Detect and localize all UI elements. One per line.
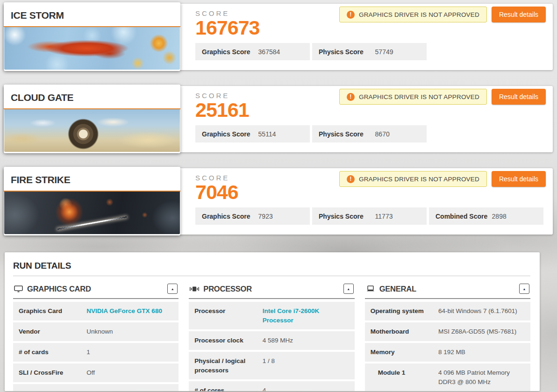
graphics-card-link[interactable]: NVIDIA GeForce GTX 680 [86,306,173,316]
collapse-section-button[interactable]: ▲ [519,284,529,294]
driver-warning-badge: ! GRAPHICS DRIVER IS NOT APPROVED [339,89,487,105]
table-row: Memory 8 192 MB [365,343,530,362]
collapse-section-button[interactable]: ▲ [343,284,354,294]
row-label: Graphics Card [19,306,86,316]
row-label: Processor [194,306,262,325]
row-value: 4 [263,386,349,391]
result-details-button[interactable]: Result details [492,7,546,22]
row-label: Processor clock [194,336,262,345]
section-processor: PROCESSOR ▲ Processor Intel Core i7-2600… [189,283,354,391]
subscore-value: 11773 [375,213,420,220]
subscore-label: Graphics Score [202,213,258,220]
section-title: PROCESSOR [203,285,339,293]
table-row: Processor clock 4 589 MHz [189,331,354,350]
row-label: # of cores [194,386,262,391]
table-row: Processor Intel Core i7-2600K Processor [189,302,354,329]
subscore-value: 8670 [375,130,420,138]
benchmark-thumbnail-card: CLOUD GATE [4,85,180,153]
chip-icon [190,286,199,292]
table-row: SLI / CrossFire Off [13,363,179,382]
section-title: GRAPHICS CARD [27,285,163,293]
warning-icon: ! [347,93,355,101]
laptop-icon [366,285,375,292]
divider [189,298,354,299]
benchmark-title: CLOUD GATE [4,85,180,108]
table-row: Module 1 4 096 MB Patriot Memory DDR3 @ … [365,363,530,391]
result-details-button[interactable]: Result details [492,89,546,105]
section-general: GENERAL ▲ Operating system 64-bit Window… [365,283,530,391]
warning-icon: ! [347,175,355,183]
benchmark-title: ICE STORM [4,2,180,26]
benchmark-card-fire-strike: ! GRAPHICS DRIVER IS NOT APPROVED Result… [4,167,553,235]
warning-text: GRAPHICS DRIVER IS NOT APPROVED [359,11,479,18]
divider [13,298,179,299]
warning-text: GRAPHICS DRIVER IS NOT APPROVED [359,176,479,183]
row-label: Motherboard [371,327,438,336]
benchmark-card-ice-storm: ! GRAPHICS DRIVER IS NOT APPROVED Result… [4,2,553,70]
subscore-label: Combined Score [436,213,492,220]
subscore-cell: Physics Score 11773 [312,207,427,225]
table-row: Graphics Card NVIDIA GeForce GTX 680 [13,302,179,321]
row-value: 4 589 MHz [263,336,349,345]
row-value: Off [86,368,173,378]
driver-warning-badge: ! GRAPHICS DRIVER IS NOT APPROVED [339,7,487,22]
row-value: Unknown [86,327,173,336]
subscore-label: Graphics Score [202,130,258,138]
subscore-label: Physics Score [319,213,375,220]
run-details-panel: RUN DETAILS GRAPHICS CARD ▲ Graphics Car… [5,252,540,391]
row-value: 1 [86,348,173,357]
subscore-cell: Physics Score 57749 [312,43,427,60]
subscore-cell: Combined Score 2898 [429,207,543,225]
table-row: Memory 2 048 MB [13,384,179,391]
cloud-gate-scene-image [4,109,180,152]
benchmark-card-cloud-gate: ! GRAPHICS DRIVER IS NOT APPROVED Result… [4,85,553,152]
subscore-cell: Graphics Score 7923 [195,207,310,225]
warning-text: GRAPHICS DRIVER IS NOT APPROVED [359,93,479,100]
row-value: 4 096 MB Patriot Memory DDR3 @ 800 MHz [438,368,525,386]
table-row: Operating system 64-bit Windows 7 (6.1.7… [365,302,530,321]
subscore-value: 7923 [258,213,303,220]
collapse-section-button[interactable]: ▲ [167,284,178,294]
row-label: SLI / CrossFire [19,368,86,378]
subscore-value: 2898 [492,213,537,220]
subscore-label: Physics Score [319,48,375,56]
table-row: # of cards 1 [13,343,179,362]
divider [13,276,530,276]
monitor-icon [14,285,23,292]
subscore-value: 57749 [375,48,420,56]
row-value: MSI Z68A-GD55 (MS-7681) [438,327,525,336]
driver-warning-badge: ! GRAPHICS DRIVER IS NOT APPROVED [339,171,487,187]
row-label: Vendor [19,327,86,336]
result-details-button[interactable]: Result details [492,171,546,187]
section-graphics-card: GRAPHICS CARD ▲ Graphics Card NVIDIA GeF… [13,283,179,391]
subscore-value: 367584 [258,48,303,56]
subscore-cell: Physics Score 8670 [312,125,427,143]
sword-glow-decoration [57,216,127,230]
subscore-cell: Graphics Score 55114 [195,125,310,143]
section-title: GENERAL [379,285,515,293]
ice-storm-scene-image [4,27,180,70]
table-row: Vendor Unknown [13,322,179,341]
benchmark-thumbnail-card: ICE STORM [4,2,180,71]
table-row: # of cores 4 [189,381,354,391]
table-row: Motherboard MSI Z68A-GD55 (MS-7681) [365,322,530,341]
table-row: Physical / logical processors 1 / 8 [189,352,354,379]
benchmark-title: FIRE STRIKE [4,167,180,191]
subscore-label: Graphics Score [202,48,258,56]
subscore-label: Physics Score [319,130,375,138]
processor-link[interactable]: Intel Core i7-2600K Processor [263,306,349,325]
row-label: Memory [19,389,86,391]
row-label: # of cards [19,348,86,357]
row-value: 8 192 MB [438,348,525,357]
row-label: Operating system [371,306,438,316]
run-details-title: RUN DETAILS [13,261,530,271]
divider [365,298,530,299]
subscore-cell: Graphics Score 367584 [195,43,310,60]
benchmark-thumbnail-card: FIRE STRIKE [4,167,180,235]
row-label: Physical / logical processors [194,356,262,375]
row-value: 1 / 8 [263,356,349,375]
subscore-value: 55114 [258,130,303,138]
row-value: 2 048 MB [86,389,173,391]
fire-strike-scene-image [4,192,180,234]
warning-icon: ! [347,11,355,19]
